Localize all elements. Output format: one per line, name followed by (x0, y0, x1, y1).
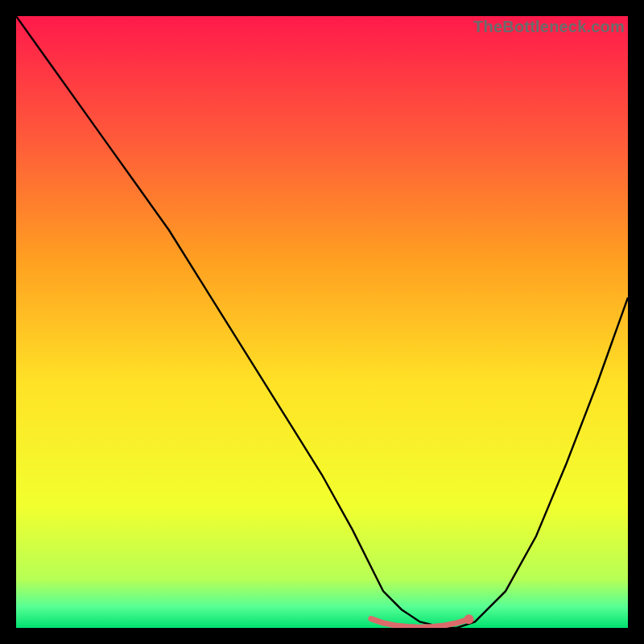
optimal-marker (464, 614, 473, 624)
chart-frame: TheBottleneck.com (16, 16, 628, 628)
watermark-text: TheBottleneck.com (473, 18, 625, 36)
bottleneck-chart (16, 16, 628, 628)
